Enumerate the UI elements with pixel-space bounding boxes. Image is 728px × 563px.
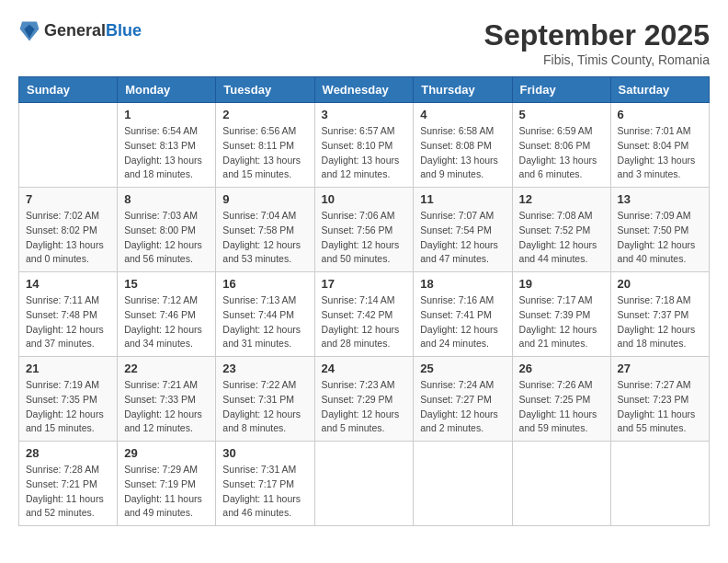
day-info: Sunrise: 7:03 AM Sunset: 8:00 PM Dayligh… <box>124 209 209 267</box>
calendar-cell: 6Sunrise: 7:01 AM Sunset: 8:04 PM Daylig… <box>610 103 709 188</box>
day-number: 11 <box>420 192 505 206</box>
calendar-cell: 13Sunrise: 7:09 AM Sunset: 7:50 PM Dayli… <box>610 188 709 272</box>
day-number: 24 <box>322 362 407 375</box>
day-number: 14 <box>26 277 110 291</box>
day-number: 6 <box>618 108 702 121</box>
calendar-cell: 29Sunrise: 7:29 AM Sunset: 7:19 PM Dayli… <box>118 442 216 526</box>
day-info: Sunrise: 7:12 AM Sunset: 7:46 PM Dayligh… <box>124 293 209 351</box>
day-number: 8 <box>124 192 209 206</box>
day-number: 30 <box>222 446 307 460</box>
calendar-cell: 19Sunrise: 7:17 AM Sunset: 7:39 PM Dayli… <box>512 272 610 357</box>
calendar-cell: 7Sunrise: 7:02 AM Sunset: 8:02 PM Daylig… <box>19 188 118 272</box>
day-number: 29 <box>124 446 209 460</box>
calendar-cell: 22Sunrise: 7:21 AM Sunset: 7:33 PM Dayli… <box>118 357 216 442</box>
calendar-cell: 14Sunrise: 7:11 AM Sunset: 7:48 PM Dayli… <box>19 272 118 357</box>
day-info: Sunrise: 7:27 AM Sunset: 7:23 PM Dayligh… <box>618 378 702 436</box>
week-row-5: 28Sunrise: 7:28 AM Sunset: 7:21 PM Dayli… <box>19 442 710 526</box>
day-number: 20 <box>618 277 702 291</box>
day-number: 12 <box>519 192 604 206</box>
day-info: Sunrise: 7:18 AM Sunset: 7:37 PM Dayligh… <box>618 293 702 351</box>
calendar-cell <box>414 442 512 526</box>
calendar-cell: 30Sunrise: 7:31 AM Sunset: 7:17 PM Dayli… <box>216 442 314 526</box>
day-number: 25 <box>420 362 505 375</box>
day-number: 15 <box>124 277 209 291</box>
day-info: Sunrise: 6:59 AM Sunset: 8:06 PM Dayligh… <box>519 124 604 182</box>
day-info: Sunrise: 7:13 AM Sunset: 7:44 PM Dayligh… <box>222 293 307 351</box>
day-number: 16 <box>222 277 307 291</box>
calendar-cell: 1Sunrise: 6:54 AM Sunset: 8:13 PM Daylig… <box>118 103 216 188</box>
calendar-cell: 5Sunrise: 6:59 AM Sunset: 8:06 PM Daylig… <box>512 103 610 188</box>
calendar-cell: 4Sunrise: 6:58 AM Sunset: 8:08 PM Daylig… <box>414 103 512 188</box>
calendar-cell: 24Sunrise: 7:23 AM Sunset: 7:29 PM Dayli… <box>314 357 414 442</box>
month-title: September 2025 <box>484 18 710 52</box>
calendar-cell: 27Sunrise: 7:27 AM Sunset: 7:23 PM Dayli… <box>610 357 709 442</box>
calendar-cell: 8Sunrise: 7:03 AM Sunset: 8:00 PM Daylig… <box>118 188 216 272</box>
col-header-thursday: Thursday <box>414 77 512 103</box>
day-info: Sunrise: 7:22 AM Sunset: 7:31 PM Dayligh… <box>222 378 307 436</box>
calendar-cell: 21Sunrise: 7:19 AM Sunset: 7:35 PM Dayli… <box>19 357 118 442</box>
day-info: Sunrise: 6:57 AM Sunset: 8:10 PM Dayligh… <box>322 124 407 182</box>
col-header-saturday: Saturday <box>610 77 709 103</box>
day-number: 7 <box>26 192 110 206</box>
day-info: Sunrise: 7:17 AM Sunset: 7:39 PM Dayligh… <box>519 293 604 351</box>
week-row-4: 21Sunrise: 7:19 AM Sunset: 7:35 PM Dayli… <box>19 357 710 442</box>
day-info: Sunrise: 7:04 AM Sunset: 7:58 PM Dayligh… <box>222 209 307 267</box>
location-subtitle: Fibis, Timis County, Romania <box>484 52 710 67</box>
day-number: 21 <box>26 362 110 375</box>
calendar-cell <box>610 442 709 526</box>
col-header-monday: Monday <box>118 77 216 103</box>
day-info: Sunrise: 6:58 AM Sunset: 8:08 PM Dayligh… <box>420 124 505 182</box>
day-number: 13 <box>618 192 702 206</box>
logo-icon <box>18 18 40 44</box>
calendar-cell: 18Sunrise: 7:16 AM Sunset: 7:41 PM Dayli… <box>414 272 512 357</box>
day-info: Sunrise: 7:02 AM Sunset: 8:02 PM Dayligh… <box>26 209 110 267</box>
day-info: Sunrise: 7:21 AM Sunset: 7:33 PM Dayligh… <box>124 378 209 436</box>
col-header-friday: Friday <box>512 77 610 103</box>
calendar-cell: 15Sunrise: 7:12 AM Sunset: 7:46 PM Dayli… <box>118 272 216 357</box>
day-number: 9 <box>222 192 307 206</box>
day-number: 5 <box>519 108 604 121</box>
day-number: 3 <box>322 108 407 121</box>
day-info: Sunrise: 7:06 AM Sunset: 7:56 PM Dayligh… <box>322 209 407 267</box>
logo-blue: Blue <box>106 21 142 40</box>
col-header-wednesday: Wednesday <box>314 77 414 103</box>
week-row-1: 1Sunrise: 6:54 AM Sunset: 8:13 PM Daylig… <box>19 103 710 188</box>
day-info: Sunrise: 7:26 AM Sunset: 7:25 PM Dayligh… <box>519 378 604 436</box>
day-info: Sunrise: 7:29 AM Sunset: 7:19 PM Dayligh… <box>124 463 209 521</box>
day-number: 23 <box>222 362 307 375</box>
day-info: Sunrise: 7:19 AM Sunset: 7:35 PM Dayligh… <box>26 378 110 436</box>
day-info: Sunrise: 7:09 AM Sunset: 7:50 PM Dayligh… <box>618 209 702 267</box>
day-info: Sunrise: 6:56 AM Sunset: 8:11 PM Dayligh… <box>222 124 307 182</box>
day-number: 26 <box>519 362 604 375</box>
day-number: 27 <box>618 362 702 375</box>
logo-text: GeneralBlue <box>44 22 142 40</box>
day-info: Sunrise: 7:14 AM Sunset: 7:42 PM Dayligh… <box>322 293 407 351</box>
day-info: Sunrise: 7:31 AM Sunset: 7:17 PM Dayligh… <box>222 463 307 521</box>
calendar-table: SundayMondayTuesdayWednesdayThursdayFrid… <box>18 76 710 526</box>
calendar-cell <box>314 442 414 526</box>
title-block: September 2025 Fibis, Timis County, Roma… <box>484 18 710 67</box>
day-info: Sunrise: 7:23 AM Sunset: 7:29 PM Dayligh… <box>322 378 407 436</box>
day-number: 22 <box>124 362 209 375</box>
logo: GeneralBlue <box>18 18 142 44</box>
calendar-cell: 23Sunrise: 7:22 AM Sunset: 7:31 PM Dayli… <box>216 357 314 442</box>
day-number: 17 <box>322 277 407 291</box>
calendar-cell: 20Sunrise: 7:18 AM Sunset: 7:37 PM Dayli… <box>610 272 709 357</box>
col-header-tuesday: Tuesday <box>216 77 314 103</box>
day-number: 19 <box>519 277 604 291</box>
calendar-cell: 26Sunrise: 7:26 AM Sunset: 7:25 PM Dayli… <box>512 357 610 442</box>
calendar-cell: 25Sunrise: 7:24 AM Sunset: 7:27 PM Dayli… <box>414 357 512 442</box>
day-number: 4 <box>420 108 505 121</box>
day-info: Sunrise: 7:28 AM Sunset: 7:21 PM Dayligh… <box>26 463 110 521</box>
calendar-cell: 9Sunrise: 7:04 AM Sunset: 7:58 PM Daylig… <box>216 188 314 272</box>
col-header-sunday: Sunday <box>19 77 118 103</box>
day-info: Sunrise: 7:24 AM Sunset: 7:27 PM Dayligh… <box>420 378 505 436</box>
day-number: 1 <box>124 108 209 121</box>
day-number: 10 <box>322 192 407 206</box>
logo-general: General <box>44 21 106 40</box>
calendar-cell <box>512 442 610 526</box>
calendar-header-row: SundayMondayTuesdayWednesdayThursdayFrid… <box>19 77 710 103</box>
week-row-3: 14Sunrise: 7:11 AM Sunset: 7:48 PM Dayli… <box>19 272 710 357</box>
calendar-cell: 2Sunrise: 6:56 AM Sunset: 8:11 PM Daylig… <box>216 103 314 188</box>
calendar-cell: 11Sunrise: 7:07 AM Sunset: 7:54 PM Dayli… <box>414 188 512 272</box>
